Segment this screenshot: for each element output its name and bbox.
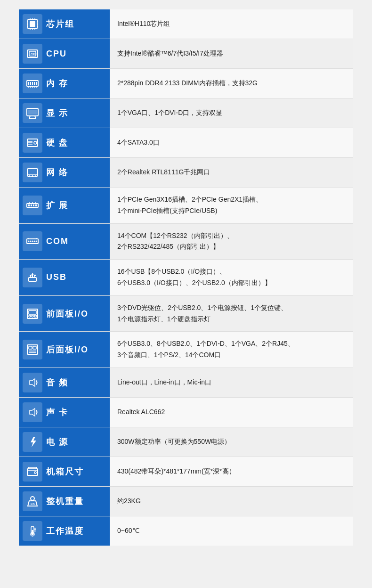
harddisk-icon bbox=[23, 133, 42, 153]
svg-rect-19 bbox=[30, 82, 31, 85]
power-icon bbox=[23, 432, 42, 452]
spec-row-network: 网 络2个Realtek RTL8111G千兆网口 bbox=[19, 158, 353, 188]
spec-row-chipset: 芯片组Intel®H110芯片组 bbox=[19, 9, 353, 39]
spec-row-soundcard: 声 卡Realtek ALC662 bbox=[19, 398, 353, 427]
label-cell-weight: KG 整机重量 bbox=[19, 487, 110, 516]
value-text-cpu: 支持Intel®酷睿™6/7代I3/I5/I7处理器 bbox=[117, 48, 223, 59]
svg-rect-45 bbox=[35, 176, 37, 177]
svg-point-57 bbox=[32, 241, 33, 242]
spec-row-chassis: 机箱尺寸430(482带耳朵)*481*177mm(宽*深*高） bbox=[19, 457, 353, 487]
svg-point-71 bbox=[29, 315, 31, 317]
label-text-weight: 整机重量 bbox=[46, 496, 84, 507]
label-text-usb: USB bbox=[46, 272, 67, 282]
spec-row-power: 电 源300W额定功率（可更换为550W电源） bbox=[19, 427, 353, 457]
svg-text:CPU: CPU bbox=[31, 53, 37, 56]
label-cell-expand: 扩 展 bbox=[19, 188, 110, 223]
label-cell-network: 网 络 bbox=[19, 158, 110, 187]
label-text-harddisk: 硬 盘 bbox=[46, 137, 68, 148]
spec-row-expand: 扩 展1个PCIe Gen3X16插槽、2个PCIe Gen2X1插槽、 1个m… bbox=[19, 188, 353, 224]
value-cell-audio: Line-out口，Line-in口，Mic-in口 bbox=[110, 368, 353, 397]
display-icon bbox=[23, 103, 42, 123]
value-text-frontpanel: 3个DVD光驱位、2个USB2.0、1个电源按钮、1个复位键、 1个电源指示灯、… bbox=[117, 302, 287, 325]
label-text-chipset: 芯片组 bbox=[46, 18, 74, 30]
value-text-power: 300W额定功率（可更换为550W电源） bbox=[117, 436, 231, 448]
svg-marker-79 bbox=[31, 437, 36, 447]
svg-rect-50 bbox=[35, 204, 37, 206]
spec-table: 芯片组Intel®H110芯片组 CPU CPU支持Intel®酷睿™6/7代I… bbox=[19, 9, 353, 546]
value-cell-frontpanel: 3个DVD光驱位、2个USB2.0、1个电源按钮、1个复位键、 1个电源指示灯、… bbox=[110, 296, 353, 332]
value-cell-usb: 16个USB【8个USB2.0（I/O接口）、 6个USB3.0（I/O接口）、… bbox=[110, 260, 353, 295]
label-text-memory: 内 存 bbox=[46, 78, 68, 89]
svg-rect-62 bbox=[29, 278, 36, 281]
svg-rect-75 bbox=[29, 346, 32, 349]
label-text-temp: 工作温度 bbox=[46, 525, 84, 537]
label-cell-display: 显 示 bbox=[19, 98, 110, 128]
label-cell-com: COM bbox=[19, 224, 110, 260]
expand-icon bbox=[23, 196, 42, 215]
spec-row-audio: 音 频Line-out口，Line-in口，Mic-in口 bbox=[19, 368, 353, 398]
label-cell-audio: 音 频 bbox=[19, 368, 110, 397]
value-text-audio: Line-out口，Line-in口，Mic-in口 bbox=[117, 377, 211, 388]
network-icon bbox=[23, 163, 42, 182]
spec-row-weight: KG 整机重量约23KG bbox=[19, 487, 353, 516]
com-icon bbox=[23, 231, 42, 251]
svg-rect-68 bbox=[34, 275, 36, 276]
value-cell-cpu: 支持Intel®酷睿™6/7代I3/I5/I7处理器 bbox=[110, 39, 353, 68]
svg-marker-64 bbox=[31, 273, 34, 275]
label-text-rearpanel: 后面板I/O bbox=[46, 344, 89, 355]
value-cell-expand: 1个PCIe Gen3X16插槽、2个PCIe Gen2X1插槽、 1个mini… bbox=[110, 188, 353, 223]
svg-point-67 bbox=[30, 275, 32, 277]
svg-rect-32 bbox=[28, 110, 37, 114]
rearpanel-icon bbox=[23, 340, 42, 359]
value-text-weight: 约23KG bbox=[117, 496, 141, 507]
svg-point-58 bbox=[34, 241, 35, 242]
spec-row-temp: 工作温度0~60℃ bbox=[19, 516, 353, 546]
label-text-com: COM bbox=[46, 237, 69, 246]
svg-point-91 bbox=[32, 533, 34, 535]
value-text-com: 14个COM【12个RS232（内部引出）、 2个RS232/422/485（内… bbox=[117, 230, 234, 253]
label-cell-harddisk: 硬 盘 bbox=[19, 128, 110, 157]
spec-row-display: 显 示1个VGA口、1个DVI-D口，支持双显 bbox=[19, 98, 353, 128]
svg-rect-20 bbox=[32, 82, 33, 85]
label-cell-chassis: 机箱尺寸 bbox=[19, 457, 110, 486]
label-cell-soundcard: 声 卡 bbox=[19, 398, 110, 427]
label-text-frontpanel: 前面板I/O bbox=[46, 308, 89, 319]
svg-point-34 bbox=[34, 141, 37, 144]
svg-rect-48 bbox=[31, 204, 32, 206]
svg-rect-1 bbox=[30, 21, 35, 27]
value-cell-weight: 约23KG bbox=[110, 487, 353, 516]
label-cell-chipset: 芯片组 bbox=[19, 9, 110, 39]
value-text-expand: 1个PCIe Gen3X16插槽、2个PCIe Gen2X1插槽、 1个mini… bbox=[117, 194, 262, 217]
label-cell-rearpanel: 后面板I/O bbox=[19, 332, 110, 368]
label-text-audio: 音 频 bbox=[46, 377, 68, 388]
value-cell-chassis: 430(482带耳朵)*481*177mm(宽*深*高） bbox=[110, 457, 353, 486]
value-cell-power: 300W额定功率（可更换为550W电源） bbox=[110, 427, 353, 457]
svg-point-56 bbox=[30, 241, 32, 242]
spec-row-harddisk: 硬 盘4个SATA3.0口 bbox=[19, 128, 353, 158]
value-text-rearpanel: 6个USB3.0、8个USB2.0、1个DVI-D、1个VGA、2个RJ45、 … bbox=[117, 338, 294, 361]
value-text-chipset: Intel®H110芯片组 bbox=[117, 18, 170, 30]
spec-row-cpu: CPU CPU支持Intel®酷睿™6/7代I3/I5/I7处理器 bbox=[19, 39, 353, 69]
svg-text:KG: KG bbox=[31, 503, 35, 506]
svg-point-72 bbox=[32, 315, 33, 317]
svg-point-86 bbox=[31, 497, 34, 500]
value-cell-display: 1个VGA口、1个DVI-D口，支持双显 bbox=[110, 98, 353, 128]
label-text-network: 网 络 bbox=[46, 167, 68, 178]
value-text-chassis: 430(482带耳朵)*481*177mm(宽*深*高） bbox=[117, 466, 235, 477]
spec-row-rearpanel: 后面板I/O6个USB3.0、8个USB2.0、1个DVI-D、1个VGA、2个… bbox=[19, 332, 353, 368]
svg-point-59 bbox=[36, 241, 37, 242]
value-cell-harddisk: 4个SATA3.0口 bbox=[110, 128, 353, 157]
value-cell-soundcard: Realtek ALC662 bbox=[110, 398, 353, 427]
value-cell-chipset: Intel®H110芯片组 bbox=[110, 9, 353, 39]
weight-icon: KG bbox=[23, 491, 42, 511]
svg-rect-18 bbox=[28, 82, 29, 85]
label-cell-usb: USB bbox=[19, 260, 110, 295]
usb-icon bbox=[23, 268, 42, 287]
value-cell-com: 14个COM【12个RS232（内部引出）、 2个RS232/422/485（内… bbox=[110, 224, 353, 260]
soundcard-icon bbox=[23, 402, 42, 422]
value-text-harddisk: 4个SATA3.0口 bbox=[117, 137, 160, 148]
svg-point-85 bbox=[34, 472, 36, 474]
svg-rect-70 bbox=[29, 310, 36, 314]
label-text-display: 显 示 bbox=[46, 107, 68, 119]
label-text-power: 电 源 bbox=[46, 436, 68, 448]
